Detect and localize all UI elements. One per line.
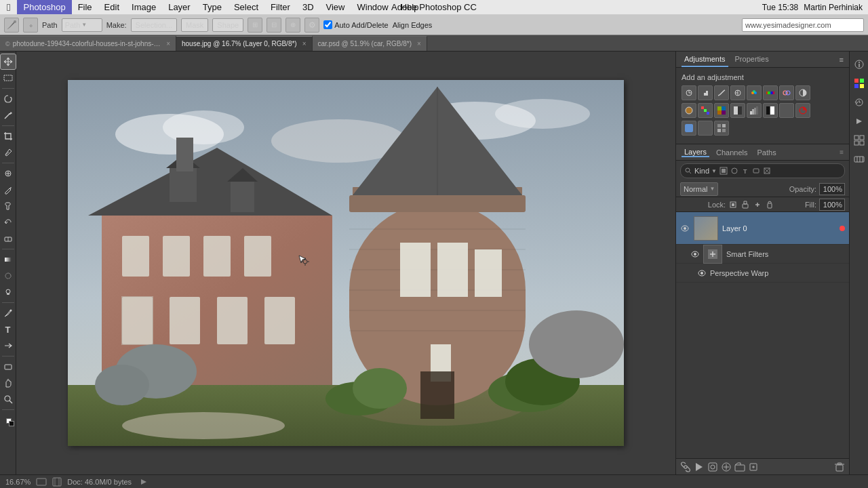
layer-visibility-toggle[interactable] bbox=[680, 225, 690, 232]
gradient-tool[interactable] bbox=[1, 252, 16, 267]
adj-selective-color[interactable] bbox=[795, 103, 810, 118]
menu-type[interactable]: Type bbox=[197, 0, 228, 14]
menu-view[interactable]: View bbox=[320, 0, 351, 14]
filter-shape-icon[interactable] bbox=[752, 167, 760, 175]
lock-link-icon[interactable] bbox=[753, 200, 762, 209]
info-icon[interactable] bbox=[852, 57, 867, 72]
layers-collapse[interactable]: ≡ bbox=[840, 148, 844, 156]
shape-tool[interactable] bbox=[1, 359, 16, 374]
lasso-tool[interactable] bbox=[1, 92, 16, 106]
url-bar[interactable]: www.yesimadesigner.com bbox=[742, 18, 864, 32]
settings-icon[interactable]: ⚙ bbox=[304, 18, 319, 33]
screen-mode-icon[interactable] bbox=[52, 477, 62, 487]
menu-window[interactable]: Window bbox=[351, 0, 394, 14]
menu-photoshop[interactable]: Photoshop bbox=[17, 0, 71, 14]
adj-brightness[interactable] bbox=[682, 85, 696, 100]
align-edges-checkbox[interactable]: Align Edges bbox=[393, 21, 433, 29]
grid-icon[interactable] bbox=[852, 133, 867, 148]
adj-curves[interactable] bbox=[714, 85, 729, 100]
delete-layer-icon[interactable] bbox=[834, 462, 845, 472]
apple-menu[interactable]:  bbox=[0, 1, 17, 13]
path-dropdown[interactable]: Path▼ bbox=[62, 18, 102, 32]
adj-vibrance[interactable] bbox=[747, 85, 762, 100]
adj-color-balance[interactable] bbox=[779, 85, 794, 100]
play-icon[interactable] bbox=[140, 478, 148, 486]
path-align-icon[interactable]: ⊟ bbox=[267, 18, 281, 33]
history-brush-tool[interactable] bbox=[1, 215, 16, 230]
text-tool[interactable]: T bbox=[1, 322, 16, 337]
adj-exposure[interactable] bbox=[730, 85, 745, 100]
smart-filters-eye-icon[interactable] bbox=[691, 251, 699, 258]
crop-tool[interactable] bbox=[1, 129, 16, 144]
blend-mode-dropdown[interactable]: Normal▼ bbox=[680, 182, 718, 196]
menu-file[interactable]: File bbox=[72, 0, 98, 14]
shape-button[interactable]: Shape bbox=[212, 18, 243, 32]
tab-2[interactable]: house.jpg @ 16.7% (Layer 0, RGB/8*) × bbox=[176, 36, 313, 51]
filter-px-icon[interactable] bbox=[719, 167, 728, 175]
timeline-icon[interactable] bbox=[852, 152, 867, 167]
filter-adj-icon[interactable] bbox=[730, 167, 738, 175]
menu-3d[interactable]: 3D bbox=[296, 0, 320, 14]
perspective-warp-eye-icon[interactable] bbox=[698, 270, 706, 277]
add-style-icon[interactable] bbox=[694, 462, 705, 472]
fill-input[interactable] bbox=[819, 199, 845, 211]
pen-tool[interactable] bbox=[1, 306, 16, 321]
hand-tool[interactable] bbox=[1, 375, 16, 390]
lock-px-icon[interactable] bbox=[728, 200, 738, 209]
path-arrange-icon[interactable]: ⊕ bbox=[285, 18, 300, 33]
tab-paths[interactable]: Paths bbox=[755, 148, 779, 157]
tab-1[interactable]: © photodune-199434-colorful-houses-in-st… bbox=[0, 36, 176, 51]
brush-tool[interactable] bbox=[1, 182, 16, 197]
mask-button[interactable]: Mask bbox=[181, 18, 208, 32]
layer-mask-icon[interactable] bbox=[707, 462, 718, 472]
select-rect-tool[interactable] bbox=[1, 70, 16, 85]
adj-posterize[interactable] bbox=[747, 103, 762, 118]
menu-image[interactable]: Image bbox=[125, 0, 162, 14]
menu-layer[interactable]: Layer bbox=[162, 0, 197, 14]
lock-all-icon[interactable] bbox=[765, 200, 774, 209]
layer-item-0[interactable]: Layer 0 bbox=[676, 212, 849, 245]
tab-properties[interactable]: Properties bbox=[732, 52, 772, 67]
clone-tool[interactable] bbox=[1, 199, 16, 214]
tab-3[interactable]: car.psd @ 51.9% (car, RGB/8*) × bbox=[313, 36, 427, 51]
tab-2-close[interactable]: × bbox=[302, 40, 307, 47]
magic-wand-tool[interactable] bbox=[1, 108, 16, 123]
filter-text-icon[interactable]: T bbox=[741, 167, 749, 175]
menu-filter[interactable]: Filter bbox=[264, 0, 296, 14]
pen-tool-icon[interactable] bbox=[4, 18, 19, 33]
adj-photo-filter[interactable] bbox=[682, 103, 696, 118]
adj-levels[interactable] bbox=[698, 85, 713, 100]
kind-dropdown[interactable]: Kind ▼ bbox=[694, 164, 717, 178]
adj-invert[interactable] bbox=[730, 103, 745, 118]
move-tool[interactable] bbox=[1, 54, 16, 69]
dodge-tool[interactable] bbox=[1, 285, 16, 300]
actions-icon[interactable] bbox=[852, 114, 867, 129]
fg-bg-color[interactable] bbox=[1, 413, 16, 428]
blur-tool[interactable] bbox=[1, 268, 16, 283]
filter-smart-icon[interactable] bbox=[763, 167, 771, 175]
adj-channel-mixer[interactable] bbox=[698, 103, 713, 118]
history-icon[interactable] bbox=[852, 95, 867, 110]
adj-gradient-fill[interactable] bbox=[698, 121, 713, 136]
new-layer-icon[interactable] bbox=[748, 462, 759, 472]
auto-add-checkbox[interactable]: Auto Add/Delete bbox=[323, 20, 389, 29]
adj-collapse[interactable]: ≡ bbox=[840, 56, 844, 64]
eyedropper-tool[interactable] bbox=[1, 145, 16, 160]
adj-threshold[interactable] bbox=[763, 103, 778, 118]
adj-hue-sat[interactable] bbox=[763, 85, 778, 100]
healing-tool[interactable] bbox=[1, 166, 16, 181]
adj-bw[interactable] bbox=[795, 85, 810, 100]
tab-layers[interactable]: Layers bbox=[682, 148, 709, 157]
zoom-tool[interactable] bbox=[1, 392, 16, 407]
path-select-tool[interactable] bbox=[1, 338, 16, 353]
tab-channels[interactable]: Channels bbox=[713, 148, 750, 157]
tab-3-close[interactable]: × bbox=[417, 40, 421, 47]
adj-pattern[interactable] bbox=[714, 121, 729, 136]
adj-solid-color[interactable] bbox=[682, 121, 696, 136]
canvas-area[interactable] bbox=[16, 52, 675, 474]
color-swatch-icon[interactable] bbox=[852, 76, 867, 91]
link-layers-icon[interactable] bbox=[680, 462, 691, 472]
path-ops-icon[interactable]: ⊞ bbox=[248, 18, 262, 33]
tool-mode-icon[interactable]: ⬦ bbox=[23, 18, 38, 33]
group-layers-icon[interactable] bbox=[734, 462, 745, 472]
